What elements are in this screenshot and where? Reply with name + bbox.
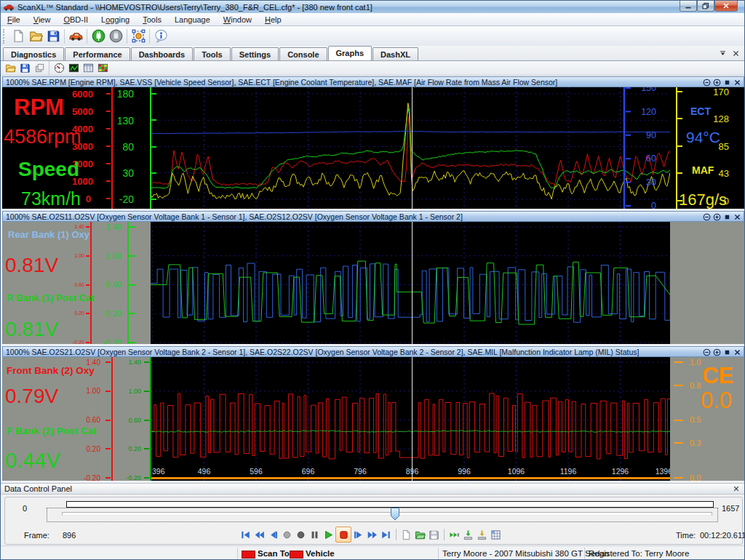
slider-thumb[interactable] <box>391 508 399 521</box>
layout-button[interactable] <box>130 28 147 45</box>
fast-forward-button[interactable] <box>365 528 379 541</box>
plot-area[interactable] <box>151 222 670 344</box>
zoom-out-icon[interactable] <box>703 79 711 87</box>
tab-settings[interactable]: Settings <box>231 47 279 61</box>
graph-panel-header[interactable]: 1000% SAE.O2S11.O2SV [Oxygen Sensor Volt… <box>2 211 744 222</box>
graph-button[interactable] <box>66 62 81 75</box>
menu-logging[interactable]: Logging <box>95 15 136 25</box>
restore-icon[interactable] <box>723 348 731 356</box>
tick-mark <box>128 313 135 314</box>
tick-mark <box>677 118 682 119</box>
red-tick-label: -0.20 <box>68 340 84 344</box>
import-button[interactable] <box>461 528 475 541</box>
heatmap-button[interactable] <box>95 62 110 75</box>
export-button[interactable] <box>475 528 489 541</box>
record-on-button[interactable] <box>294 528 308 541</box>
close-icon[interactable] <box>733 348 741 356</box>
plot-area[interactable]: 3964965966967968969961096119612961396 <box>151 357 670 481</box>
graph-panel-header[interactable]: 1000% SAE.RPM [Engine RPM], SAE.VSS [Veh… <box>2 76 744 87</box>
save-button[interactable] <box>17 62 32 75</box>
save-log-button[interactable] <box>427 528 441 541</box>
menu-file[interactable]: File <box>1 15 27 25</box>
rpm-label: RPM <box>14 96 64 119</box>
zoom-in-icon[interactable] <box>713 79 721 87</box>
data-control-panel-header[interactable]: Data Control Panel <box>1 483 745 495</box>
pause-button[interactable] <box>308 528 322 541</box>
tick-mark <box>674 361 683 363</box>
close-tab-icon[interactable] <box>732 49 740 57</box>
mil-tick-label: 1.0 <box>690 358 701 367</box>
open-log-button[interactable] <box>413 528 427 541</box>
play-button[interactable] <box>322 528 335 541</box>
restore-icon[interactable] <box>723 213 731 221</box>
close-icon[interactable] <box>733 213 741 221</box>
title-bar[interactable]: ScanXL™ Standard - \\HOMEVOSTRO\Users\Te… <box>1 1 744 13</box>
registered-to: Registered To: Terry Moore <box>589 549 689 558</box>
stop-button[interactable] <box>335 527 351 543</box>
tick-mark <box>106 128 111 129</box>
maximize-button[interactable] <box>697 1 714 12</box>
skip-start-button[interactable] <box>239 528 252 541</box>
info-button[interactable] <box>152 28 170 45</box>
slider-groove[interactable] <box>62 512 712 516</box>
zoom-in-icon[interactable] <box>713 213 721 221</box>
tab-console[interactable]: Console <box>279 47 327 61</box>
new-log-button[interactable] <box>399 528 413 541</box>
minimize-button[interactable] <box>680 1 697 12</box>
menu-window[interactable]: Window <box>217 15 258 25</box>
zoom-out-icon[interactable] <box>703 348 711 356</box>
open-folder-button[interactable] <box>27 28 44 45</box>
step-forward-button[interactable] <box>351 528 365 541</box>
tab-list-icon[interactable] <box>719 49 727 57</box>
plot-area[interactable] <box>151 87 670 209</box>
gauge-button[interactable] <box>52 62 66 75</box>
disconnect-button[interactable] <box>107 28 124 45</box>
speed-tick-label: 130 <box>113 115 134 127</box>
zoom-out-icon[interactable] <box>703 213 711 221</box>
svg-text:1396: 1396 <box>656 467 670 476</box>
ect-tick-label: 120 <box>632 107 656 117</box>
tick-mark <box>151 119 156 121</box>
tab-performance[interactable]: Performance <box>65 47 130 61</box>
save-button[interactable] <box>44 28 62 45</box>
menu-view[interactable]: View <box>27 15 57 25</box>
rewind-button[interactable] <box>252 528 266 541</box>
green-tick-label: -0.20 <box>117 474 141 481</box>
skip-end-button[interactable] <box>379 528 393 541</box>
new-file-button[interactable] <box>9 28 27 45</box>
close-icon[interactable] <box>733 485 740 492</box>
close-icon[interactable] <box>733 79 741 87</box>
restore-icon[interactable] <box>723 79 731 87</box>
tab-dashxl[interactable]: DashXL <box>372 47 418 61</box>
replay-button[interactable] <box>447 528 461 541</box>
tab-tools[interactable]: Tools <box>194 47 231 61</box>
tab-dashboards[interactable]: Dashboards <box>131 47 194 61</box>
zoom-in-icon[interactable] <box>713 348 721 356</box>
close-button[interactable] <box>714 1 738 12</box>
tick-mark <box>151 93 156 95</box>
menu-help[interactable]: Help <box>258 15 288 25</box>
menu-language[interactable]: Language <box>168 15 217 25</box>
tick-mark <box>86 226 89 228</box>
tick-mark <box>674 420 683 421</box>
record-off-button[interactable] <box>280 528 294 541</box>
green-tick-label: 0.60 <box>98 280 121 289</box>
graph-panel-header[interactable]: 1000% SAE.O2S21.O2SV [Oxygen Sensor Volt… <box>2 346 744 357</box>
menu-tools[interactable]: Tools <box>136 15 168 25</box>
svg-text:1096: 1096 <box>508 467 525 476</box>
log-grid-button[interactable] <box>489 528 503 541</box>
green-axis-line <box>150 357 151 481</box>
table-button[interactable] <box>81 62 95 75</box>
copy-button[interactable] <box>32 62 47 75</box>
tick-mark <box>677 145 682 147</box>
open-folder-button[interactable] <box>3 62 17 75</box>
vehicle-button[interactable] <box>67 28 84 45</box>
connect-button[interactable] <box>89 28 107 45</box>
o2-b2s1-value: 0.79V <box>5 386 58 407</box>
tick-mark <box>144 448 149 449</box>
menu-obd-ii[interactable]: OBD-II <box>57 15 95 25</box>
step-back-button[interactable] <box>266 528 280 541</box>
svg-text:696: 696 <box>302 467 315 476</box>
tab-diagnostics[interactable]: Diagnostics <box>3 47 64 61</box>
tab-graphs[interactable]: Graphs <box>328 46 372 61</box>
